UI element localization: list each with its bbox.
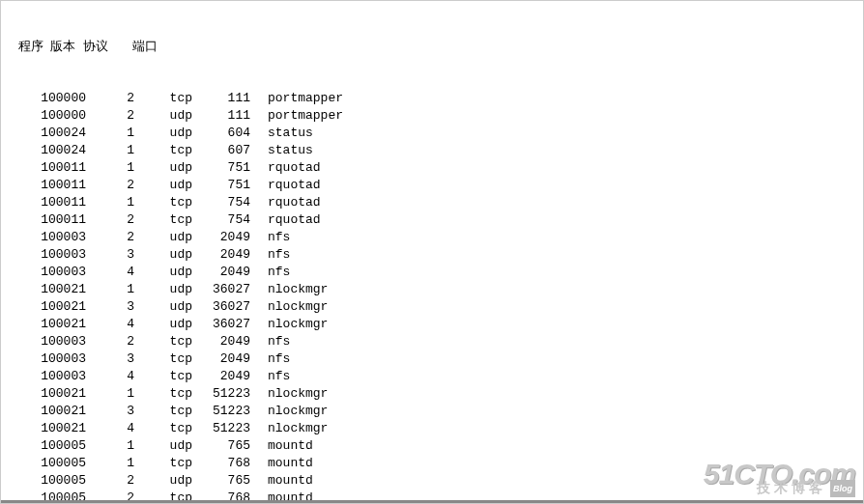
cell-name: status: [250, 142, 313, 159]
table-row: 1000002udp111portmapper: [18, 107, 863, 125]
table-row: 1000214tcp51223nlockmgr: [18, 420, 863, 437]
cell-name: portmapper: [250, 90, 343, 107]
cell-name: nfs: [250, 350, 290, 368]
cell-name: rquotad: [250, 194, 321, 211]
cell-name: nfs: [250, 264, 290, 281]
cell-protocol: tcp: [134, 142, 192, 159]
cell-version: 1: [86, 142, 134, 159]
bottom-border: [1, 500, 863, 503]
table-row: 1000111tcp754rquotad: [18, 194, 863, 211]
cell-program: 100005: [18, 472, 86, 490]
cell-name: nlockmgr: [250, 403, 328, 420]
cell-protocol: udp: [134, 437, 192, 455]
cell-port: 111: [192, 107, 250, 125]
cell-protocol: udp: [134, 264, 192, 281]
cell-port: 2049: [192, 229, 250, 246]
cell-protocol: tcp: [134, 455, 192, 472]
cell-protocol: tcp: [134, 403, 192, 420]
cell-program: 100005: [18, 455, 86, 472]
table-row: 1000112tcp754rquotad: [18, 211, 863, 229]
table-row: 1000211tcp51223nlockmgr: [18, 385, 863, 403]
cell-port: 754: [192, 194, 250, 211]
cell-port: 768: [192, 455, 250, 472]
cell-program: 100000: [18, 90, 86, 107]
cell-name: nfs: [250, 368, 290, 385]
table-row: 1000032udp2049nfs: [18, 229, 863, 246]
cell-port: 765: [192, 437, 250, 455]
table-row: 1000213udp36027nlockmgr: [18, 298, 863, 316]
cell-version: 1: [86, 437, 134, 455]
cell-program: 100024: [18, 142, 86, 159]
header-program: 程序: [18, 39, 43, 53]
cell-name: nfs: [250, 229, 290, 246]
cell-program: 100011: [18, 194, 86, 211]
table-row: 1000211udp36027nlockmgr: [18, 281, 863, 298]
cell-name: rquotad: [250, 159, 321, 177]
cell-program: 100003: [18, 246, 86, 264]
cell-port: 36027: [192, 281, 250, 298]
cell-name: nlockmgr: [250, 316, 328, 333]
table-row: 1000052udp765mountd: [18, 472, 863, 490]
cell-protocol: tcp: [134, 368, 192, 385]
cell-port: 607: [192, 142, 250, 159]
cell-protocol: tcp: [134, 420, 192, 437]
cell-port: 111: [192, 90, 250, 107]
cell-name: nfs: [250, 246, 290, 264]
cell-port: 36027: [192, 298, 250, 316]
cell-port: 2049: [192, 350, 250, 368]
cell-name: nlockmgr: [250, 385, 328, 403]
cell-protocol: tcp: [134, 350, 192, 368]
cell-port: 751: [192, 159, 250, 177]
cell-port: 754: [192, 211, 250, 229]
header-port: 端口: [111, 39, 158, 53]
cell-name: status: [250, 125, 313, 142]
cell-program: 100021: [18, 420, 86, 437]
cell-protocol: udp: [134, 316, 192, 333]
cell-name: nlockmgr: [250, 281, 328, 298]
table-row: 1000051tcp768mountd: [18, 455, 863, 472]
cell-program: 100011: [18, 211, 86, 229]
cell-version: 1: [86, 281, 134, 298]
cell-name: mountd: [250, 472, 313, 490]
table-row: 1000033udp2049nfs: [18, 246, 863, 264]
cell-version: 1: [86, 159, 134, 177]
cell-port: 2049: [192, 246, 250, 264]
cell-program: 100003: [18, 368, 86, 385]
cell-name: mountd: [250, 455, 313, 472]
table-row: 1000111udp751rquotad: [18, 159, 863, 177]
cell-port: 2049: [192, 264, 250, 281]
cell-protocol: tcp: [134, 194, 192, 211]
cell-version: 4: [86, 420, 134, 437]
cell-protocol: tcp: [134, 211, 192, 229]
cell-program: 100021: [18, 316, 86, 333]
cell-program: 100005: [18, 437, 86, 455]
table-row: 1000112udp751rquotad: [18, 177, 863, 194]
cell-protocol: udp: [134, 125, 192, 142]
table-row: 1000034udp2049nfs: [18, 264, 863, 281]
cell-protocol: udp: [134, 298, 192, 316]
cell-port: 751: [192, 177, 250, 194]
cell-version: 3: [86, 350, 134, 368]
cell-program: 100003: [18, 333, 86, 350]
cell-protocol: udp: [134, 229, 192, 246]
cell-version: 4: [86, 368, 134, 385]
cell-name: mountd: [250, 437, 313, 455]
cell-version: 1: [86, 455, 134, 472]
cell-program: 100024: [18, 125, 86, 142]
cell-protocol: udp: [134, 281, 192, 298]
table-row: 1000241udp604status: [18, 125, 863, 142]
cell-version: 1: [86, 385, 134, 403]
rpcinfo-output: 程序 版本 协议 端口 1000002tcp111portmapper10000…: [1, 1, 863, 504]
table-row: 1000213tcp51223nlockmgr: [18, 403, 863, 420]
cell-program: 100021: [18, 403, 86, 420]
cell-protocol: tcp: [134, 333, 192, 350]
cell-program: 100003: [18, 350, 86, 368]
cell-version: 2: [86, 333, 134, 350]
cell-port: 36027: [192, 316, 250, 333]
table-header: 程序 版本 协议 端口: [18, 38, 863, 55]
cell-program: 100021: [18, 281, 86, 298]
cell-name: nlockmgr: [250, 420, 328, 437]
cell-name: portmapper: [250, 107, 343, 125]
cell-protocol: tcp: [134, 385, 192, 403]
cell-version: 2: [86, 107, 134, 125]
